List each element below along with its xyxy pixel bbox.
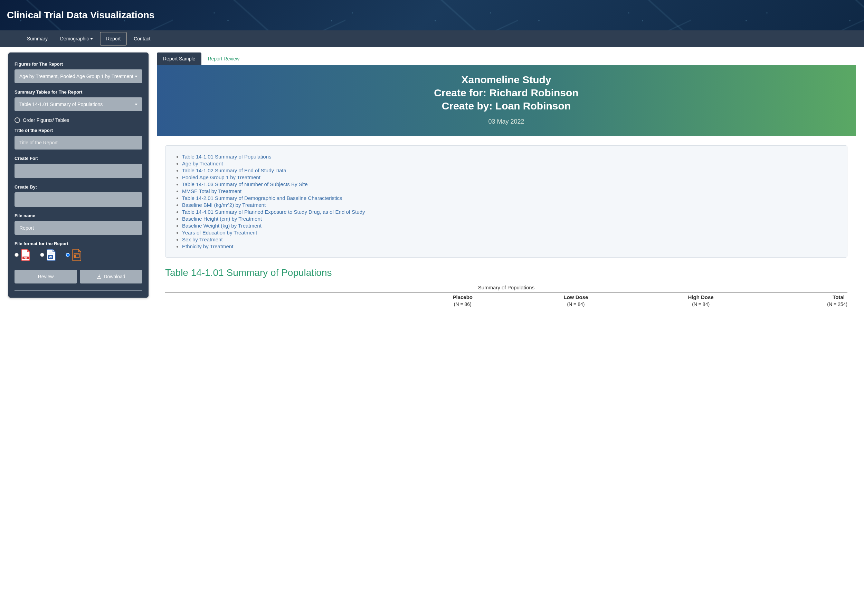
tab-report-review[interactable]: Report Review	[201, 52, 246, 65]
svg-text:W: W	[49, 256, 52, 259]
toc-link[interactable]: Sex by Treatment	[182, 237, 223, 242]
title-input[interactable]	[14, 136, 142, 149]
section-title: Table 14-1.01 Summary of Populations	[165, 267, 847, 278]
toc-item: Sex by Treatment	[182, 237, 837, 242]
tab-report-sample-label: Report Sample	[163, 56, 195, 61]
toc-item: Pooled Age Group 1 by Treatment	[182, 174, 837, 180]
nav-summary[interactable]: Summary	[21, 30, 54, 47]
toc-link[interactable]: Table 14-1.01 Summary of Populations	[182, 154, 271, 160]
tab-report-review-label: Report Review	[208, 56, 239, 61]
toc-link[interactable]: Ethnicity by Treatment	[182, 244, 233, 249]
toc-item: Baseline Weight (kg) by Treatment	[182, 223, 837, 229]
toc-item: Table 14-1.01 Summary of Populations	[182, 154, 837, 160]
svg-rect-9	[74, 255, 76, 258]
caret-down-icon	[90, 38, 93, 40]
toc-item: Ethnicity by Treatment	[182, 244, 837, 249]
figures-select-value: Age by Treatment, Pooled Age Group 1 by …	[19, 74, 133, 79]
toc-link[interactable]: Table 14-1.02 Summary of End of Study Da…	[182, 168, 286, 173]
create-by-label: Create By:	[14, 184, 142, 190]
word-file-icon: W	[46, 249, 56, 261]
toc-link[interactable]: Table 14-4.01 Summary of Planned Exposur…	[182, 209, 365, 215]
pdf-file-icon: PDF	[21, 249, 30, 261]
col-header: Total	[765, 293, 847, 302]
toc-link[interactable]: Table 14-2.01 Summary of Demographic and…	[182, 195, 342, 201]
col-subheader: (N = 86)	[411, 302, 515, 309]
order-figures-toggle[interactable]: Order Figures/ Tables	[14, 118, 142, 123]
svg-text:PDF: PDF	[24, 257, 27, 259]
col-header: Low Dose	[515, 293, 637, 302]
nav-contact[interactable]: Contact	[127, 30, 156, 47]
fileformat-html-radio[interactable]	[66, 253, 70, 257]
create-by-input[interactable]	[14, 192, 142, 207]
summary-tables-select[interactable]: Table 14-1.01 Summary of Populations	[14, 97, 142, 111]
filename-input[interactable]	[14, 221, 142, 235]
toc-item: Baseline Height (cm) by Treatment	[182, 216, 837, 222]
toc-item: Baseline BMI (kg/m^2) by Treatment	[182, 202, 837, 208]
populations-table-wrap: Summary of Populations Placebo Low Dose …	[165, 284, 847, 309]
nav-summary-label: Summary	[27, 36, 48, 41]
fileformat-pdf-radio[interactable]	[14, 253, 19, 257]
nav-demographic-label: Demographic	[60, 36, 89, 41]
toc-item: Table 14-4.01 Summary of Planned Exposur…	[182, 209, 837, 215]
fileformat-word-radio[interactable]	[40, 253, 44, 257]
toc-link[interactable]: Table 14-1.03 Summary of Number of Subje…	[182, 181, 308, 187]
fileformat-label: File format for the Report	[14, 241, 142, 246]
caret-down-icon	[135, 75, 137, 77]
toc-link[interactable]: Pooled Age Group 1 by Treatment	[182, 174, 260, 180]
download-button[interactable]: Download	[80, 270, 142, 283]
populations-table: Placebo Low Dose High Dose Total (N = 86…	[165, 292, 847, 309]
toc-item: MMSE Total by Treatment	[182, 188, 837, 194]
order-figures-label: Order Figures/ Tables	[23, 118, 69, 123]
toc-item: Years of Education by Treatment	[182, 229, 837, 236]
app-title: Clinical Trial Data Visualizations	[7, 9, 857, 21]
table-of-contents: Table 14-1.01 Summary of PopulationsAge …	[165, 145, 847, 258]
toc-link[interactable]: Baseline BMI (kg/m^2) by Treatment	[182, 202, 266, 208]
col-subheader: (N = 84)	[515, 302, 637, 309]
toc-link[interactable]: Age by Treatment	[182, 160, 223, 167]
toc-item: Age by Treatment	[182, 160, 837, 167]
summary-tables-label: Summary Tables for The Report	[14, 90, 142, 94]
report-study-title: Xanomeline Study	[164, 74, 849, 86]
report-date: 03 May 2022	[164, 118, 849, 125]
report-create-by: Create by: Loan Robinson	[164, 100, 849, 112]
summary-tables-select-value: Table 14-1.01 Summary of Populations	[19, 102, 102, 107]
toc-item: Table 14-1.02 Summary of End of Study Da…	[182, 168, 837, 173]
report-title-banner: Xanomeline Study Create for: Richard Rob…	[157, 65, 856, 136]
toc-link[interactable]: Baseline Height (cm) by Treatment	[182, 216, 262, 222]
filename-label: File name	[14, 213, 142, 218]
nav-report-label: Report	[106, 36, 121, 41]
main-navbar: Summary Demographic Report Contact	[0, 30, 864, 47]
toc-link[interactable]: Baseline Weight (kg) by Treatment	[182, 223, 261, 229]
col-subheader: (N = 84)	[637, 302, 765, 309]
download-icon	[97, 274, 102, 279]
report-config-sidebar: Figures for The Report Age by Treatment,…	[8, 52, 148, 298]
col-header: High Dose	[637, 293, 765, 302]
figures-label: Figures for The Report	[14, 61, 142, 67]
toc-link[interactable]: Years of Education by Treatment	[182, 229, 257, 236]
toc-link[interactable]: MMSE Total by Treatment	[182, 188, 241, 194]
app-header-banner: Clinical Trial Data Visualizations	[0, 0, 864, 30]
caret-down-icon	[135, 104, 137, 105]
create-for-label: Create For:	[14, 156, 142, 161]
toc-item: Table 14-1.03 Summary of Number of Subje…	[182, 181, 837, 187]
nav-contact-label: Contact	[134, 36, 150, 41]
title-label: Title of the Report	[14, 128, 142, 133]
figures-select[interactable]: Age by Treatment, Pooled Age Group 1 by …	[14, 69, 142, 83]
create-for-input[interactable]	[14, 163, 142, 178]
nav-demographic[interactable]: Demographic	[54, 30, 99, 47]
html-file-icon	[72, 249, 82, 261]
report-tabs: Report Sample Report Review	[157, 52, 856, 65]
review-button-label: Review	[38, 274, 54, 279]
tab-report-sample[interactable]: Report Sample	[157, 52, 201, 65]
report-content: Report Sample Report Review Xanomeline S…	[157, 52, 856, 309]
radio-unchecked-icon	[14, 118, 20, 123]
toc-item: Table 14-2.01 Summary of Demographic and…	[182, 195, 837, 201]
table-caption: Summary of Populations	[165, 284, 847, 291]
col-subheader: (N = 254)	[765, 302, 847, 309]
review-button[interactable]: Review	[14, 270, 77, 283]
col-header: Placebo	[411, 293, 515, 302]
report-create-for: Create for: Richard Robinson	[164, 87, 849, 99]
nav-report[interactable]: Report	[100, 32, 127, 46]
download-button-label: Download	[104, 274, 125, 279]
